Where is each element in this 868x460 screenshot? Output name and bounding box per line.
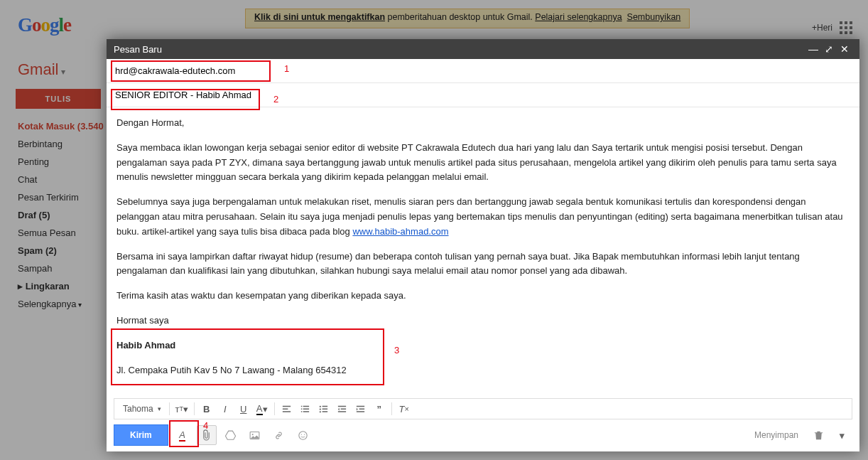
send-button[interactable]: Kirim bbox=[114, 424, 168, 446]
format-toggle-icon[interactable]: A bbox=[173, 425, 192, 445]
align-icon[interactable] bbox=[278, 400, 295, 417]
discard-icon[interactable] bbox=[808, 425, 828, 445]
to-field[interactable] bbox=[107, 59, 859, 82]
attach-icon[interactable] bbox=[197, 425, 217, 445]
svg-point-7 bbox=[304, 434, 305, 434]
signature-name: Habib Ahmad bbox=[116, 338, 850, 353]
svg-point-0 bbox=[320, 405, 321, 407]
svg-point-5 bbox=[299, 431, 307, 439]
text-color-icon[interactable]: A▾ bbox=[254, 400, 271, 417]
body-p4: Terima kasih atas waktu dan kesempatan y… bbox=[116, 289, 850, 304]
body-greeting: Dengan Hormat, bbox=[116, 116, 850, 131]
compose-window: Pesan Baru — ⤢ ✕ Dengan Hormat, Saya mem… bbox=[107, 39, 859, 451]
formatting-toolbar: Tahoma тT▾ B I U A▾ ” T× bbox=[114, 398, 852, 419]
close-icon[interactable]: ✕ bbox=[837, 43, 852, 55]
italic-icon[interactable]: I bbox=[217, 400, 234, 417]
more-options-icon[interactable]: ▾ bbox=[832, 425, 852, 445]
body-p3: Bersama ini saya lampirkan daftar riwaya… bbox=[116, 250, 850, 279]
signature-address: Jl. Cempaka Putih Kav 5 No 7 Lawang - Ma… bbox=[116, 363, 850, 378]
indent-less-icon[interactable] bbox=[334, 400, 351, 417]
body-p1: Saya membaca iklan lowongan kerja sebaga… bbox=[116, 141, 850, 185]
quote-icon[interactable]: ” bbox=[371, 400, 388, 417]
ordered-list-icon[interactable] bbox=[297, 400, 314, 417]
remove-format-icon[interactable]: T× bbox=[396, 400, 413, 417]
drive-icon[interactable] bbox=[221, 425, 241, 445]
bullet-list-icon[interactable] bbox=[315, 400, 332, 417]
svg-point-6 bbox=[301, 434, 302, 434]
blog-link[interactable]: www.habib-ahmad.com bbox=[352, 226, 448, 237]
message-body[interactable]: Dengan Hormat, Saya membaca iklan lowong… bbox=[107, 107, 859, 378]
font-size-icon[interactable]: тT▾ bbox=[173, 400, 190, 417]
bold-icon[interactable]: B bbox=[198, 400, 215, 417]
compose-actions: Kirim A Menyimpan ▾ bbox=[114, 423, 852, 447]
body-p2: Sebelumnya saya juga berpengalaman untuk… bbox=[116, 195, 850, 239]
minimize-icon[interactable]: — bbox=[805, 43, 821, 55]
body-p5: Hormat saya bbox=[116, 314, 850, 328]
indent-more-icon[interactable] bbox=[352, 400, 369, 417]
photo-icon[interactable] bbox=[245, 425, 265, 445]
svg-point-2 bbox=[320, 411, 321, 412]
font-family-dropdown[interactable]: Tahoma bbox=[119, 404, 166, 414]
compose-title: Pesan Baru bbox=[114, 44, 805, 55]
emoji-icon[interactable] bbox=[293, 425, 313, 445]
subject-field[interactable] bbox=[107, 83, 859, 107]
popout-icon[interactable]: ⤢ bbox=[821, 43, 837, 55]
underline-icon[interactable]: U bbox=[235, 400, 252, 417]
link-icon[interactable] bbox=[269, 425, 289, 445]
svg-point-4 bbox=[252, 434, 254, 435]
svg-point-1 bbox=[320, 408, 321, 410]
saving-status: Menyimpan bbox=[754, 430, 798, 440]
